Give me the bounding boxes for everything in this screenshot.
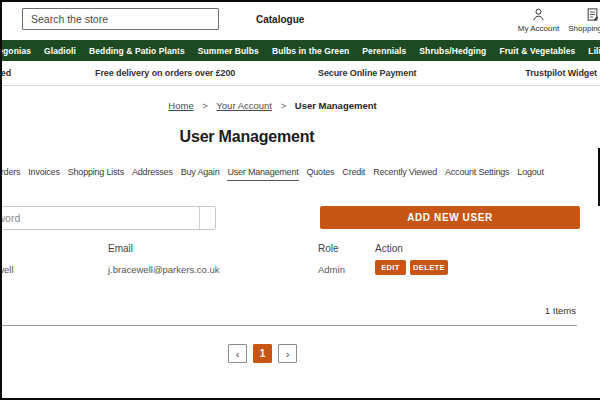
tab-buy-again[interactable]: Buy Again	[181, 167, 220, 181]
email-column-header: Email	[108, 243, 133, 254]
tab-orders[interactable]: Orders	[0, 167, 20, 181]
window-border-left	[0, 0, 2, 400]
nav-item-begonias[interactable]: Begonias	[0, 46, 31, 56]
pagination-page-1[interactable]: 1	[253, 344, 272, 363]
tab-addresses[interactable]: Addresses	[132, 167, 173, 181]
tab-user-management[interactable]: User Management	[227, 167, 298, 181]
pagination: ‹ 1 ›	[228, 344, 297, 363]
user-icon	[531, 7, 546, 22]
tab-account-settings[interactable]: Account Settings	[445, 167, 509, 181]
tab-invoices[interactable]: Invoices	[28, 167, 59, 181]
role-column-header: Role	[318, 243, 339, 254]
info-bar: Seed Free delivery on orders over £200 S…	[0, 61, 600, 86]
site-header: Catalogue My Account Shopping	[0, 0, 600, 40]
category-nav: Begonias Gladioli Bedding & Patio Plants…	[0, 40, 600, 61]
items-count: 1 Items	[545, 305, 576, 316]
browser-viewport: Catalogue My Account Shopping	[0, 0, 600, 400]
breadcrumb-separator: >	[202, 100, 208, 111]
pagination-next-button[interactable]: ›	[278, 344, 297, 363]
tab-recently-viewed[interactable]: Recently Viewed	[373, 167, 437, 181]
secure-payment-label: Secure Online Payment	[318, 68, 416, 78]
nav-item-gladioli[interactable]: Gladioli	[44, 46, 76, 56]
shopping-list-icon	[585, 7, 600, 22]
window-border-top	[0, 0, 600, 2]
tab-quotes[interactable]: Quotes	[307, 167, 335, 181]
user-row-role: Admin	[318, 264, 345, 275]
tab-logout[interactable]: Logout	[517, 167, 543, 181]
nav-item-bulbs-in-the-green[interactable]: Bulbs in the Green	[272, 46, 349, 56]
catalogue-link[interactable]: Catalogue	[256, 14, 304, 25]
nav-item-shrubs-hedging[interactable]: Shrubs/Hedging	[419, 46, 486, 56]
nav-item-perennials[interactable]: Perennials	[362, 46, 406, 56]
table-footer-divider	[0, 325, 577, 326]
nav-item-fruit-vegetables[interactable]: Fruit & Vegetables	[499, 46, 575, 56]
store-search-input[interactable]	[22, 8, 219, 30]
page-title: User Management	[0, 128, 494, 146]
breadcrumb: Home > Your Account > User Management	[0, 100, 545, 111]
my-account-button[interactable]: My Account	[516, 7, 561, 33]
keyword-search-field	[0, 206, 216, 230]
edit-user-button[interactable]: EDIT	[375, 260, 406, 275]
keyword-search-input[interactable]	[0, 207, 199, 229]
account-tabs: Orders Invoices Shopping Lists Addresses…	[0, 167, 544, 181]
tab-credit[interactable]: Credit	[342, 167, 365, 181]
breadcrumb-home-link[interactable]: Home	[168, 100, 193, 111]
shopping-list-button[interactable]: Shopping List	[565, 7, 600, 33]
free-delivery-label: Free delivery on orders over £200	[95, 68, 235, 78]
user-row-email: j.bracewell@parkers.co.uk	[108, 264, 220, 275]
delete-user-button[interactable]: DELETE	[410, 260, 448, 275]
trustpilot-widget: Trustpilot Widget	[525, 68, 597, 78]
my-account-label: My Account	[518, 24, 559, 33]
breadcrumb-separator: >	[281, 100, 287, 111]
pagination-prev-button[interactable]: ‹	[228, 344, 247, 363]
tab-shopping-lists[interactable]: Shopping Lists	[68, 167, 124, 181]
breadcrumb-current: User Management	[295, 100, 377, 111]
breadcrumb-your-account-link[interactable]: Your Account	[216, 100, 272, 111]
user-row-name: J Bracewell	[0, 264, 14, 275]
action-column-header: Action	[375, 243, 403, 254]
nav-item-bedding-patio-plants[interactable]: Bedding & Patio Plants	[89, 46, 185, 56]
nav-item-summer-bulbs[interactable]: Summer Bulbs	[198, 46, 259, 56]
shopping-list-label: Shopping List	[568, 24, 600, 33]
keyword-search-button[interactable]	[199, 207, 215, 229]
add-new-user-button[interactable]: ADD NEW USER	[320, 206, 580, 229]
nav-item-lilies[interactable]: Lilies	[588, 46, 600, 56]
